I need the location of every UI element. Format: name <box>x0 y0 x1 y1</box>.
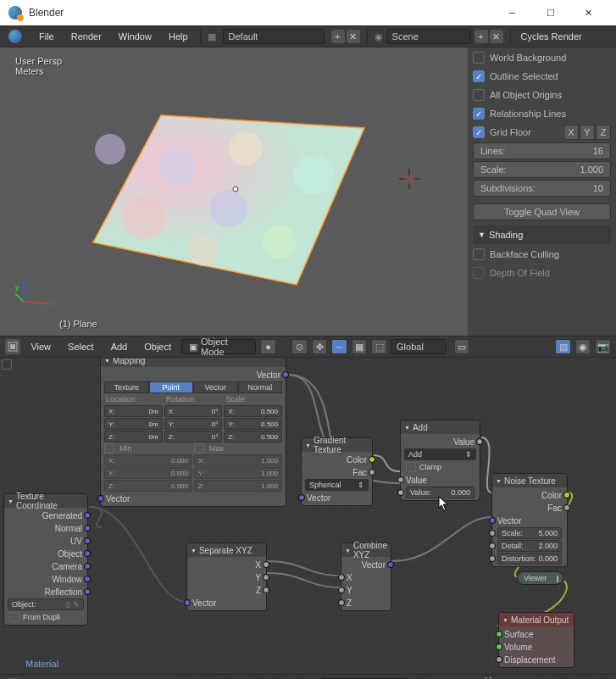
socket-out[interactable] <box>263 561 269 568</box>
socket-in[interactable] <box>338 599 345 606</box>
node-viewer[interactable]: Viewer‖ <box>517 571 563 585</box>
axis-y-toggle[interactable]: Y <box>580 125 595 140</box>
socket-in[interactable] <box>496 656 502 663</box>
socket-in[interactable] <box>184 599 191 606</box>
clamp-checkbox[interactable] <box>406 462 416 472</box>
math-op-dropdown[interactable]: Add⇕ <box>404 448 476 460</box>
renderer-dropdown[interactable]: Cycles Render <box>514 31 589 42</box>
node-mapping[interactable]: Mapping Vector Texture Point Vector Norm… <box>100 358 286 507</box>
socket-in[interactable] <box>489 530 496 537</box>
socket-out[interactable] <box>84 588 91 595</box>
node-header[interactable]: Separate XYZ <box>187 543 266 557</box>
tab-normal[interactable]: Normal <box>238 381 283 393</box>
depth-of-field-checkbox[interactable] <box>473 267 485 279</box>
menu-help[interactable]: Help <box>160 31 197 42</box>
blender-logo-icon[interactable] <box>8 30 22 43</box>
socket-in[interactable] <box>489 555 496 562</box>
node-gradient-texture[interactable]: Gradient Texture Color Fac Spherical⇕ Ve… <box>301 437 373 506</box>
close-button[interactable]: ✕ <box>569 0 608 25</box>
from-dupli-checkbox[interactable] <box>9 612 19 622</box>
socket-in[interactable] <box>338 574 345 581</box>
remove-layout-button[interactable]: ✕ <box>347 30 360 43</box>
detail-field[interactable]: Detail:2.000 <box>497 540 562 552</box>
toggle-quad-view-button[interactable]: Toggle Quad View <box>473 203 611 220</box>
socket-in[interactable] <box>489 517 496 524</box>
scl-y[interactable]: Y:0.500 <box>224 418 282 430</box>
loc-z[interactable]: Z:0m <box>104 431 163 442</box>
socket-out[interactable] <box>369 456 375 463</box>
socket-out[interactable] <box>263 587 269 593</box>
socket-out[interactable] <box>563 492 570 498</box>
layer-button[interactable]: ▭ <box>454 339 470 354</box>
min-checkbox[interactable] <box>104 443 114 454</box>
mode-dropdown[interactable]: ▣Object Mode <box>181 339 256 354</box>
menu-render[interactable]: Render <box>63 31 110 42</box>
socket-out[interactable] <box>84 537 91 544</box>
node-header[interactable]: Combine XYZ <box>341 543 391 557</box>
overlay-toggle[interactable]: ▧ <box>555 339 571 354</box>
socket-in[interactable] <box>298 494 305 501</box>
socket-out[interactable] <box>84 512 91 519</box>
node-header[interactable]: Noise Texture <box>492 474 567 487</box>
min-y[interactable]: Y:0.000 <box>104 467 192 479</box>
min-z[interactable]: Z:0.000 <box>104 480 192 492</box>
socket-out[interactable] <box>84 550 91 557</box>
node-noise-texture[interactable]: Noise Texture Color Fac Vector Scale:5.0… <box>491 473 568 567</box>
socket-out[interactable] <box>369 469 375 476</box>
editor-type-dropdown[interactable] <box>5 339 20 354</box>
add-layout-button[interactable]: + <box>331 30 345 43</box>
pivot-dropdown[interactable]: ⊙ <box>291 339 308 354</box>
add-scene-button[interactable]: + <box>474 30 488 43</box>
relationship-lines-checkbox[interactable] <box>473 108 485 120</box>
loc-x[interactable]: X:0m <box>104 405 163 417</box>
node-combine-xyz[interactable]: Combine XYZ Vector X Y Z <box>341 543 391 611</box>
shading-solid-button[interactable]: ● <box>260 339 276 354</box>
socket-in[interactable] <box>489 543 496 549</box>
all-origins-checkbox[interactable] <box>473 89 485 101</box>
socket-in[interactable] <box>338 587 345 593</box>
scl-x[interactable]: X:0.500 <box>224 405 282 417</box>
socket-out[interactable] <box>84 563 91 570</box>
max-z[interactable]: Z:1.000 <box>194 480 282 492</box>
pin-checkbox[interactable] <box>2 359 12 370</box>
node-material-output[interactable]: Material Output Surface Volume Displacem… <box>498 612 574 668</box>
scale-field[interactable]: Scale:5.000 <box>497 527 562 539</box>
min-x[interactable]: X:0.000 <box>104 454 192 466</box>
node-header[interactable]: Mapping <box>101 358 286 367</box>
remove-scene-button[interactable]: ✕ <box>490 30 503 43</box>
node-header[interactable]: Add <box>401 420 480 434</box>
scale-field[interactable]: Scale:1.000 <box>473 161 611 178</box>
node-header[interactable]: Gradient Texture <box>302 438 372 452</box>
object-field[interactable]: Object:▯ ✎ <box>8 598 84 610</box>
rot-z[interactable]: Z:0° <box>164 431 223 442</box>
subdivisions-field[interactable]: Subdivisions:10 <box>473 180 611 197</box>
node-texture-coordinate[interactable]: Texture Coordinate Generated Normal UV O… <box>3 493 88 626</box>
manipulator-translate[interactable]: ↔ <box>331 339 347 354</box>
socket-in[interactable] <box>97 495 104 502</box>
max-checkbox[interactable] <box>194 443 204 454</box>
axis-z-toggle[interactable]: Z <box>596 125 611 140</box>
lines-field[interactable]: Lines:16 <box>473 142 611 159</box>
socket-out[interactable] <box>563 504 570 511</box>
backface-culling-checkbox[interactable] <box>473 248 485 260</box>
value-field[interactable]: Value:0.000 <box>406 487 474 498</box>
rot-x[interactable]: X:0° <box>164 405 223 417</box>
grid-floor-checkbox[interactable] <box>473 126 485 138</box>
plane-object[interactable] <box>76 98 381 302</box>
scene-dropdown[interactable]: Scene <box>386 29 471 44</box>
node-editor[interactable]: Texture Coordinate Generated Normal UV O… <box>0 358 616 674</box>
manipulator-toggle[interactable]: ✥ <box>312 339 328 354</box>
gradient-type-dropdown[interactable]: Spherical⇕ <box>305 479 369 491</box>
node-math-add[interactable]: Add Value Add⇕ Clamp Value Value:0.000 <box>400 420 480 501</box>
camera-button[interactable]: 📷 <box>595 339 611 354</box>
world-background-checkbox[interactable] <box>473 52 485 64</box>
socket-out[interactable] <box>84 525 91 532</box>
menu-file[interactable]: File <box>31 31 63 42</box>
menu-add[interactable]: Add <box>104 342 135 352</box>
loc-y[interactable]: Y:0m <box>104 418 163 430</box>
layout-dropdown[interactable]: Default <box>223 29 325 44</box>
outline-selected-checkbox[interactable] <box>473 70 485 82</box>
rot-y[interactable]: Y:0° <box>164 418 223 430</box>
node-separate-xyz[interactable]: Separate XYZ X Y Z Vector <box>186 543 267 611</box>
menu-select[interactable]: Select <box>61 342 101 352</box>
